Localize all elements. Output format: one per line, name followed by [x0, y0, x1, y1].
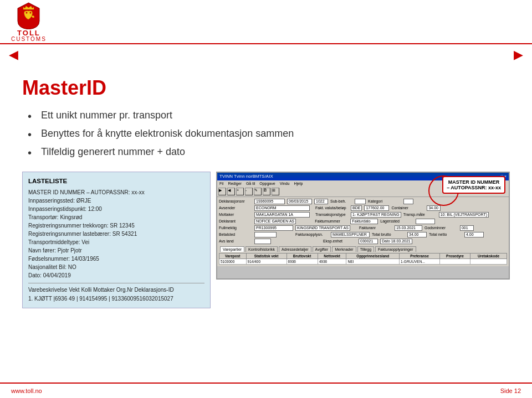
- field-godsm-val[interactable]: 001: [460, 225, 474, 231]
- field-lagrd-val[interactable]: [416, 219, 435, 224]
- toolbar-btn-5[interactable]: ✎: [254, 188, 262, 195]
- svg-point-0: [26, 12, 28, 13]
- page-title: MasterID: [22, 76, 510, 100]
- col-nettovekt: Nettovekt: [318, 253, 346, 259]
- field-trn-val[interactable]: 10: BIL (VEJTRANSPORT): [439, 212, 489, 218]
- screenshot-panel: TVINN Tvinn norBMTS/AIX _ □ × Fil Redige…: [216, 172, 510, 280]
- master-id-sub: – AUTOPASSNR: xx-xx: [447, 185, 501, 190]
- menu-oppgave[interactable]: Oppgave: [259, 182, 275, 185]
- field-label-full: Fullmektig: [219, 226, 252, 230]
- win-row-4: Deklarant NOFICE GARDEN AS Fakturnummer …: [219, 219, 507, 224]
- field-num[interactable]: 1022: [314, 199, 328, 204]
- col-bruttovskt: Bruttovskt: [287, 253, 318, 259]
- field-avsl-val[interactable]: [254, 239, 271, 244]
- field-dekl2-val[interactable]: NOFICE GARDEN AS: [254, 219, 296, 224]
- field-full-val[interactable]: PR1300995: [254, 225, 293, 231]
- tab-adresse[interactable]: Adressedetaljer: [279, 246, 311, 252]
- svg-point-1: [30, 12, 32, 13]
- tab-avgifter[interactable]: Avgifter: [313, 246, 331, 252]
- field-avs-val[interactable]: ECONORM: [254, 205, 310, 211]
- list-item: Navn fører: Pjotr Pjotr: [28, 246, 204, 255]
- field-date[interactable]: 06/03/2015: [287, 199, 312, 204]
- col-statvekt: Statistisk vekt: [246, 253, 287, 259]
- field-label-fakpl: Fakturaopplysn.: [295, 232, 329, 236]
- list-item: Innpasseringstidspunkt: 12:00: [28, 205, 204, 213]
- prev-arrow-icon[interactable]: ◀: [9, 48, 18, 62]
- field-label-transp: Transaksjonstype: [315, 213, 349, 216]
- toolbar-btn-7[interactable]: ⊞: [272, 188, 279, 195]
- next-arrow-icon[interactable]: ▶: [514, 48, 523, 62]
- field-label-betst: Betalsted: [219, 232, 252, 236]
- toolbar-btn-6[interactable]: 🖹: [263, 188, 270, 195]
- cell-pref: 1-GRUUVEN...: [400, 259, 440, 264]
- field-eksp-date[interactable]: Dato 18.03.2021: [380, 239, 412, 244]
- toolbar-btn-2[interactable]: ◀: [227, 188, 235, 195]
- field-betst-val[interactable]: [254, 232, 277, 237]
- bullet-item-1: Ett unikt nummer pr. transport: [28, 106, 510, 125]
- field-kat-val[interactable]: [403, 199, 413, 204]
- list-item: Transportmiddeltype: Vei: [28, 238, 204, 246]
- menu-hjelp[interactable]: Hjelp: [294, 182, 303, 185]
- field-label-fakt: Fakturanr: [359, 226, 392, 230]
- list-item: Dato: 04/04/2019: [28, 271, 204, 280]
- cell-varepost: 5103000: [219, 259, 247, 264]
- menu-gati[interactable]: Gå til: [246, 182, 255, 185]
- field-transp-val[interactable]: 1- KJØPT/FAST REGNING: [351, 212, 401, 218]
- field-totn-val[interactable]: 4.00: [464, 232, 484, 237]
- nav-area: ◀ ▶: [0, 44, 532, 65]
- footer: www.toll.no Side 12: [0, 383, 532, 398]
- field-label-dekl2: Deklarant: [219, 219, 252, 223]
- field-label-avs: Avsender: [219, 206, 252, 210]
- field-fak-val[interactable]: Fakturdato: [350, 219, 378, 224]
- lasteliste-panel: LASTELISTE MASTER ID NUMMER – AUTOPASSNR…: [22, 172, 211, 309]
- table-row[interactable]: 5103000 914/400 6936 4936 NEI 1-GRUUVEN.…: [219, 259, 507, 264]
- list-item: Nasjonalitet Bil: NO: [28, 263, 204, 271]
- bullet-item-3: Tilfeldig generert nummer + dato: [28, 143, 510, 161]
- col-varepost: Varepost: [219, 253, 247, 259]
- field-eksp-val[interactable]: 030021: [359, 239, 378, 244]
- toolbar-btn-3[interactable]: +: [236, 188, 244, 195]
- logo-customs: CUSTOMS: [11, 37, 47, 42]
- master-id-label: MASTER ID NUMMER: [447, 179, 501, 185]
- field-full2-val[interactable]: KINGSRØD TRANSPORT AS: [295, 225, 350, 231]
- field-mott-val[interactable]: MAKLAARGATAN 1A: [254, 212, 310, 218]
- field-label-mott: Mottaker: [219, 213, 252, 216]
- cell-statvekt: 914/400: [246, 259, 287, 264]
- field-dekl-val[interactable]: 19360095: [254, 199, 285, 204]
- field-label-totb: Total brutto: [372, 232, 405, 236]
- field-fakpl-val[interactable]: MAMELSSPFLNER: [331, 232, 370, 237]
- field-amt[interactable]: 177602.00: [364, 205, 389, 211]
- tab-varepartier[interactable]: Varepartier: [220, 246, 244, 252]
- list-item: Transportør: Kingsrød: [28, 213, 204, 221]
- field-label-kat: Kategori: [368, 199, 401, 203]
- field-label-fv: Fakt. valuta/beløp: [315, 206, 349, 210]
- tab-kontrol[interactable]: Kontrolhistorikk: [245, 246, 278, 252]
- toolbar-btn-1[interactable]: ▶: [218, 188, 226, 195]
- field-label-eksp: Eksp.enhet: [323, 239, 356, 243]
- tab-faktura[interactable]: Fakturaopplysninger: [375, 246, 416, 252]
- menu-fil[interactable]: Fil: [219, 182, 223, 185]
- field-fv-val[interactable]: BDE: [351, 205, 362, 211]
- field-totb-val[interactable]: 34.00: [407, 232, 427, 237]
- toolbar-btn-4[interactable]: -: [245, 188, 253, 195]
- menu-rediger[interactable]: Rediger: [228, 182, 242, 185]
- cell-oppr: NEI: [346, 259, 400, 264]
- header: TOLL CUSTOMS: [0, 0, 532, 44]
- master-id-bubble: MASTER ID NUMMER – AUTOPASSNR: xx-xx: [442, 176, 505, 194]
- cell-pros: [439, 259, 470, 264]
- field-label-trn: Transp.måte: [403, 213, 437, 216]
- field-label-lagrd: Lagerssted: [380, 219, 413, 223]
- field-fakt-date[interactable]: 15.03.2021: [395, 225, 422, 231]
- tab-merknader[interactable]: Merknader: [332, 246, 356, 252]
- footer-website: www.toll.no: [11, 387, 42, 394]
- menu-vindu[interactable]: Vindu: [280, 182, 290, 185]
- win-row-3: Mottaker MAKLAARGATAN 1A Transaksjonstyp…: [219, 212, 507, 218]
- lasteliste-divider: [28, 283, 204, 283]
- field-cont-val[interactable]: 34.00: [427, 205, 441, 211]
- tab-tillegg[interactable]: Tillegg: [357, 246, 374, 252]
- field-sub-val[interactable]: [355, 199, 366, 204]
- lasteliste-footer-header: Varebeskrivelse Vekt Kolli Mottaker Org.…: [28, 286, 204, 294]
- lower-content: LASTELISTE MASTER ID NUMMER – AUTOPASSNR…: [22, 172, 510, 309]
- win-body: Deklarasjonsnr 19360095 06/03/2015 1022 …: [217, 197, 509, 266]
- logo-shield-icon: [16, 2, 41, 29]
